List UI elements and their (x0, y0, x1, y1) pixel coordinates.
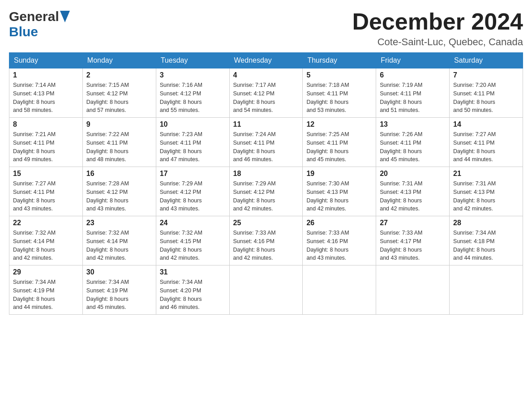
table-row: 29 Sunrise: 7:34 AM Sunset: 4:19 PM Dayl… (9, 265, 83, 315)
day-info: Sunrise: 7:22 AM Sunset: 4:11 PM Dayligh… (86, 130, 152, 164)
day-info: Sunrise: 7:25 AM Sunset: 4:11 PM Dayligh… (306, 130, 372, 164)
logo-general-text: General (9, 9, 59, 24)
day-number: 13 (380, 120, 446, 128)
day-number: 25 (233, 219, 299, 227)
table-row: 28 Sunrise: 7:34 AM Sunset: 4:18 PM Dayl… (450, 216, 523, 265)
day-info: Sunrise: 7:14 AM Sunset: 4:13 PM Dayligh… (13, 81, 79, 115)
day-number: 21 (453, 170, 519, 178)
calendar-week-row: 1 Sunrise: 7:14 AM Sunset: 4:13 PM Dayli… (9, 68, 523, 118)
day-number: 4 (233, 71, 299, 79)
table-row: 18 Sunrise: 7:29 AM Sunset: 4:12 PM Dayl… (229, 167, 303, 216)
calendar-week-row: 22 Sunrise: 7:32 AM Sunset: 4:14 PM Dayl… (9, 216, 523, 265)
table-row: 13 Sunrise: 7:26 AM Sunset: 4:11 PM Dayl… (376, 118, 450, 167)
table-row: 27 Sunrise: 7:33 AM Sunset: 4:17 PM Dayl… (376, 216, 450, 265)
table-row (376, 265, 450, 315)
table-row: 11 Sunrise: 7:24 AM Sunset: 4:11 PM Dayl… (229, 118, 303, 167)
calendar-table: Sunday Monday Tuesday Wednesday Thursday… (9, 52, 523, 315)
day-number: 19 (306, 170, 372, 178)
table-row: 4 Sunrise: 7:17 AM Sunset: 4:12 PM Dayli… (229, 68, 303, 118)
day-number: 15 (13, 170, 79, 178)
col-sunday: Sunday (9, 53, 83, 68)
day-info: Sunrise: 7:31 AM Sunset: 4:13 PM Dayligh… (380, 180, 446, 213)
table-row: 3 Sunrise: 7:16 AM Sunset: 4:12 PM Dayli… (156, 68, 229, 118)
day-number: 9 (86, 120, 152, 128)
table-row: 23 Sunrise: 7:32 AM Sunset: 4:14 PM Dayl… (82, 216, 156, 265)
day-number: 29 (13, 268, 79, 276)
col-thursday: Thursday (303, 53, 376, 68)
day-info: Sunrise: 7:28 AM Sunset: 4:12 PM Dayligh… (86, 180, 152, 213)
day-number: 22 (13, 219, 79, 227)
day-info: Sunrise: 7:32 AM Sunset: 4:14 PM Dayligh… (86, 229, 152, 262)
day-number: 26 (306, 219, 372, 227)
month-title: December 2024 (352, 9, 523, 34)
day-info: Sunrise: 7:16 AM Sunset: 4:12 PM Dayligh… (160, 81, 226, 115)
table-row: 12 Sunrise: 7:25 AM Sunset: 4:11 PM Dayl… (303, 118, 376, 167)
day-number: 31 (160, 268, 226, 276)
table-row: 25 Sunrise: 7:33 AM Sunset: 4:16 PM Dayl… (229, 216, 303, 265)
day-info: Sunrise: 7:18 AM Sunset: 4:11 PM Dayligh… (306, 81, 372, 115)
day-info: Sunrise: 7:21 AM Sunset: 4:11 PM Dayligh… (13, 130, 79, 164)
title-area: December 2024 Cote-Saint-Luc, Quebec, Ca… (352, 9, 523, 48)
day-info: Sunrise: 7:29 AM Sunset: 4:12 PM Dayligh… (233, 180, 299, 213)
col-tuesday: Tuesday (156, 53, 229, 68)
table-row: 2 Sunrise: 7:15 AM Sunset: 4:12 PM Dayli… (82, 68, 156, 118)
day-info: Sunrise: 7:27 AM Sunset: 4:11 PM Dayligh… (13, 180, 79, 213)
day-info: Sunrise: 7:31 AM Sunset: 4:13 PM Dayligh… (453, 180, 519, 213)
col-monday: Monday (82, 53, 156, 68)
day-number: 16 (86, 170, 152, 178)
day-number: 3 (160, 71, 226, 79)
table-row: 22 Sunrise: 7:32 AM Sunset: 4:14 PM Dayl… (9, 216, 83, 265)
day-info: Sunrise: 7:32 AM Sunset: 4:14 PM Dayligh… (13, 229, 79, 262)
table-row (229, 265, 303, 315)
day-info: Sunrise: 7:33 AM Sunset: 4:17 PM Dayligh… (380, 229, 446, 262)
day-info: Sunrise: 7:23 AM Sunset: 4:11 PM Dayligh… (160, 130, 226, 164)
table-row: 7 Sunrise: 7:20 AM Sunset: 4:11 PM Dayli… (450, 68, 523, 118)
day-number: 12 (306, 120, 372, 128)
day-number: 30 (86, 268, 152, 276)
table-row: 24 Sunrise: 7:32 AM Sunset: 4:15 PM Dayl… (156, 216, 229, 265)
day-number: 11 (233, 120, 299, 128)
location-subtitle: Cote-Saint-Luc, Quebec, Canada (352, 36, 523, 48)
day-info: Sunrise: 7:33 AM Sunset: 4:16 PM Dayligh… (233, 229, 299, 262)
day-info: Sunrise: 7:33 AM Sunset: 4:16 PM Dayligh… (306, 229, 372, 262)
day-number: 28 (453, 219, 519, 227)
table-row: 8 Sunrise: 7:21 AM Sunset: 4:11 PM Dayli… (9, 118, 83, 167)
table-row: 31 Sunrise: 7:34 AM Sunset: 4:20 PM Dayl… (156, 265, 229, 315)
day-info: Sunrise: 7:34 AM Sunset: 4:20 PM Dayligh… (160, 278, 226, 312)
table-row: 16 Sunrise: 7:28 AM Sunset: 4:12 PM Dayl… (82, 167, 156, 216)
logo: General Blue (9, 9, 71, 39)
table-row: 10 Sunrise: 7:23 AM Sunset: 4:11 PM Dayl… (156, 118, 229, 167)
day-info: Sunrise: 7:34 AM Sunset: 4:19 PM Dayligh… (13, 278, 79, 312)
day-number: 1 (13, 71, 79, 79)
day-number: 5 (306, 71, 372, 79)
day-info: Sunrise: 7:34 AM Sunset: 4:19 PM Dayligh… (86, 278, 152, 312)
table-row: 30 Sunrise: 7:34 AM Sunset: 4:19 PM Dayl… (82, 265, 156, 315)
day-info: Sunrise: 7:15 AM Sunset: 4:12 PM Dayligh… (86, 81, 152, 115)
col-friday: Friday (376, 53, 450, 68)
table-row: 21 Sunrise: 7:31 AM Sunset: 4:13 PM Dayl… (450, 167, 523, 216)
day-number: 23 (86, 219, 152, 227)
day-number: 10 (160, 120, 226, 128)
table-row: 6 Sunrise: 7:19 AM Sunset: 4:11 PM Dayli… (376, 68, 450, 118)
logo-arrow-icon (60, 11, 70, 22)
day-info: Sunrise: 7:34 AM Sunset: 4:18 PM Dayligh… (453, 229, 519, 262)
day-number: 8 (13, 120, 79, 128)
table-row (303, 265, 376, 315)
table-row: 17 Sunrise: 7:29 AM Sunset: 4:12 PM Dayl… (156, 167, 229, 216)
svg-marker-0 (60, 11, 70, 22)
day-info: Sunrise: 7:26 AM Sunset: 4:11 PM Dayligh… (380, 130, 446, 164)
day-info: Sunrise: 7:27 AM Sunset: 4:11 PM Dayligh… (453, 130, 519, 164)
day-info: Sunrise: 7:20 AM Sunset: 4:11 PM Dayligh… (453, 81, 519, 115)
day-number: 6 (380, 71, 446, 79)
calendar-week-row: 15 Sunrise: 7:27 AM Sunset: 4:11 PM Dayl… (9, 167, 523, 216)
day-info: Sunrise: 7:30 AM Sunset: 4:13 PM Dayligh… (306, 180, 372, 213)
day-number: 20 (380, 170, 446, 178)
col-wednesday: Wednesday (229, 53, 303, 68)
calendar-week-row: 8 Sunrise: 7:21 AM Sunset: 4:11 PM Dayli… (9, 118, 523, 167)
table-row: 26 Sunrise: 7:33 AM Sunset: 4:16 PM Dayl… (303, 216, 376, 265)
col-saturday: Saturday (450, 53, 523, 68)
logo-blue-text: Blue (9, 24, 38, 39)
day-number: 18 (233, 170, 299, 178)
table-row (450, 265, 523, 315)
table-row: 19 Sunrise: 7:30 AM Sunset: 4:13 PM Dayl… (303, 167, 376, 216)
